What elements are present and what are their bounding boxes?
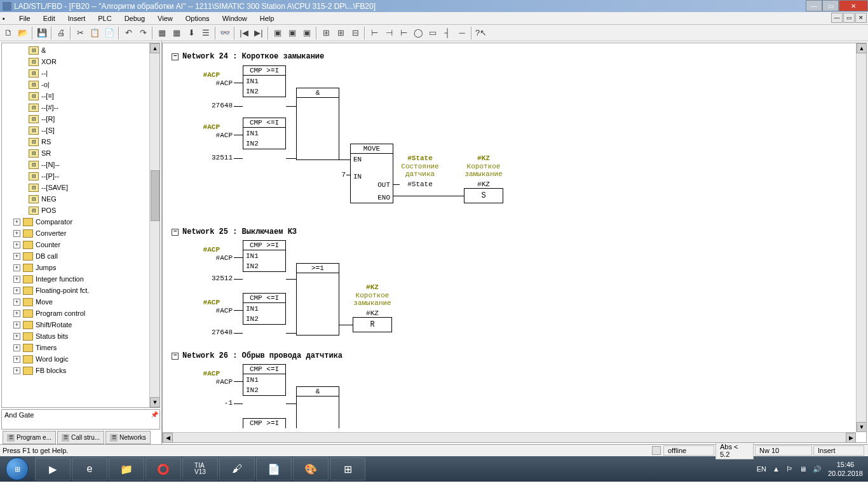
tree-item[interactable]: +Move <box>2 296 149 308</box>
block-button-2[interactable]: ▣ <box>285 26 299 40</box>
block-button-1[interactable]: ▣ <box>271 26 285 40</box>
goto-start-button[interactable]: |◀ <box>237 26 251 40</box>
new-button[interactable]: 🗋 <box>1 26 15 40</box>
tree-item[interactable]: ⊟--[N]-- <box>2 159 149 170</box>
redo-button[interactable]: ↷ <box>136 26 150 40</box>
tree-item[interactable]: +Jumps <box>2 262 149 273</box>
collapse-icon[interactable]: − <box>172 53 179 60</box>
menu-insert[interactable]: Insert <box>62 13 92 24</box>
move-block[interactable]: MOVE EN IN OUT ENO <box>350 144 393 203</box>
or-block[interactable]: >=1 <box>296 263 339 336</box>
and-block[interactable]: & <box>296 88 339 160</box>
flag-icon[interactable]: 🏳 <box>786 465 793 473</box>
language-indicator[interactable]: EN <box>757 465 766 473</box>
cmp-gei-block[interactable]: CMP >=I <box>243 418 286 428</box>
network-icon[interactable]: 🖥 <box>799 465 806 473</box>
tab-networks[interactable]: ☰Networks <box>105 431 151 444</box>
tree-item[interactable]: ⊟--[R] <box>2 113 149 125</box>
task-app-4[interactable]: ⭕ <box>146 458 181 480</box>
cmp-gei-block[interactable]: CMP >=I IN1 IN2 <box>243 240 286 272</box>
connect-button[interactable]: ─ <box>455 26 469 40</box>
menu-debug[interactable]: Debug <box>118 13 151 24</box>
expand-icon[interactable]: + <box>13 344 20 351</box>
task-app-2[interactable]: e <box>72 458 107 480</box>
scroll-down-icon[interactable]: ▼ <box>150 397 160 407</box>
menu-file[interactable]: File <box>13 13 37 24</box>
task-app-3[interactable]: 📁 <box>109 458 144 480</box>
tray-expand-icon[interactable]: ▲ <box>773 465 780 473</box>
tree-item[interactable]: +Timers <box>2 342 149 353</box>
goto-end-button[interactable]: ▶| <box>252 26 266 40</box>
network-24-header[interactable]: − Network 24 : Короткое замыкание <box>172 52 324 61</box>
and-block[interactable]: & <box>296 386 339 428</box>
collapse-icon[interactable]: − <box>172 353 179 360</box>
editor-area[interactable]: − Network 24 : Короткое замыкание CMP >=… <box>162 43 867 443</box>
network-button-2[interactable]: ⊞ <box>334 26 348 40</box>
editor-hscrollbar[interactable]: ◀ ▶ <box>163 432 856 442</box>
tree-item[interactable]: +Counter <box>2 239 149 250</box>
cut-button[interactable]: ✂ <box>73 26 87 40</box>
tb-icon-3[interactable]: ☰ <box>199 26 213 40</box>
volume-icon[interactable]: 🔊 <box>813 465 822 473</box>
scroll-right-icon[interactable]: ▶ <box>846 433 856 443</box>
tree-item[interactable]: ⊟-o| <box>2 79 149 90</box>
s-coil[interactable]: S <box>464 188 503 203</box>
mdi-close[interactable]: ✕ <box>855 13 867 23</box>
expand-icon[interactable]: + <box>13 356 20 363</box>
expand-icon[interactable]: + <box>13 287 20 294</box>
save-button[interactable]: 💾 <box>35 26 49 40</box>
tree-item[interactable]: ⊟--[SAVE] <box>2 182 149 193</box>
contact-button-1[interactable]: ⊢ <box>367 26 381 40</box>
expand-icon[interactable]: + <box>13 219 20 226</box>
tree-item[interactable]: +Word logic <box>2 353 149 365</box>
monitor-button[interactable]: 👓 <box>218 26 232 40</box>
block-button-3[interactable]: ▣ <box>300 26 314 40</box>
tree-item[interactable]: ⊟XOR <box>2 56 149 67</box>
expand-icon[interactable]: + <box>13 299 20 306</box>
scroll-down-icon[interactable]: ▼ <box>857 422 867 432</box>
menu-plc[interactable]: PLC <box>92 13 118 24</box>
tree-item[interactable]: ⊟POS <box>2 205 149 216</box>
tree-item[interactable]: +Comparator <box>2 216 149 227</box>
open-button[interactable]: 📂 <box>16 26 30 40</box>
tb-icon-1[interactable]: ▦ <box>155 26 169 40</box>
mdi-minimize[interactable]: — <box>831 13 843 23</box>
tree-item[interactable]: ⊟RS <box>2 136 149 147</box>
expand-icon[interactable]: + <box>13 241 20 248</box>
task-app-5[interactable]: TIAV13 <box>182 458 218 480</box>
tab-callstru[interactable]: ☰Call stru... <box>57 431 104 444</box>
network-25-header[interactable]: − Network 25 : Выключаем КЗ <box>172 227 297 236</box>
tb-icon-2[interactable]: ▦ <box>170 26 184 40</box>
download-button[interactable]: ⬇ <box>184 26 198 40</box>
element-tree[interactable]: ⊟&⊟XOR⊟--|⊟-o|⊟--[=]⊟--[#]--⊟--[R]⊟--[S]… <box>1 43 160 408</box>
close-button[interactable]: ✕ <box>839 0 868 11</box>
cmp-lei-block[interactable]: CMP <=I IN1 IN2 <box>243 364 286 396</box>
scroll-left-icon[interactable]: ◀ <box>163 433 173 443</box>
contact-button-2[interactable]: ⊣ <box>382 26 396 40</box>
help-cursor-button[interactable]: ?↖ <box>474 26 488 40</box>
task-app-1[interactable]: ▶ <box>35 458 71 480</box>
cmp-lei-block[interactable]: CMP <=I IN1 IN2 <box>243 293 286 325</box>
tree-item[interactable]: +Integer function <box>2 273 149 285</box>
mdi-restore[interactable]: ▭ <box>843 13 855 23</box>
tree-item[interactable]: ⊟NEG <box>2 193 149 205</box>
expand-icon[interactable]: + <box>13 310 20 317</box>
network-26-header[interactable]: − Network 26 : Обрыв провода датчтика <box>172 351 342 360</box>
network-button-1[interactable]: ⊞ <box>319 26 333 40</box>
branch-button[interactable]: ┤ <box>440 26 454 40</box>
tree-item[interactable]: +FB blocks <box>2 365 149 376</box>
minimize-button[interactable]: — <box>806 0 822 11</box>
network-button-3[interactable]: ⊟ <box>348 26 362 40</box>
task-app-6[interactable]: 🖌 <box>219 458 255 480</box>
menu-edit[interactable]: Edit <box>37 13 62 24</box>
collapse-icon[interactable]: − <box>172 229 179 236</box>
expand-icon[interactable]: + <box>13 230 20 237</box>
tab-program[interactable]: ☰Program e... <box>3 431 56 444</box>
task-app-8[interactable]: 🎨 <box>293 458 329 480</box>
tree-item[interactable]: ⊟--[=] <box>2 90 149 102</box>
tree-item[interactable]: ⊟--[#]-- <box>2 102 149 113</box>
cmp-lei-block[interactable]: CMP <=I IN1 IN2 <box>243 118 286 149</box>
tree-item[interactable]: ⊟--| <box>2 67 149 79</box>
menu-options[interactable]: Options <box>179 13 216 24</box>
undo-button[interactable]: ↶ <box>121 26 135 40</box>
